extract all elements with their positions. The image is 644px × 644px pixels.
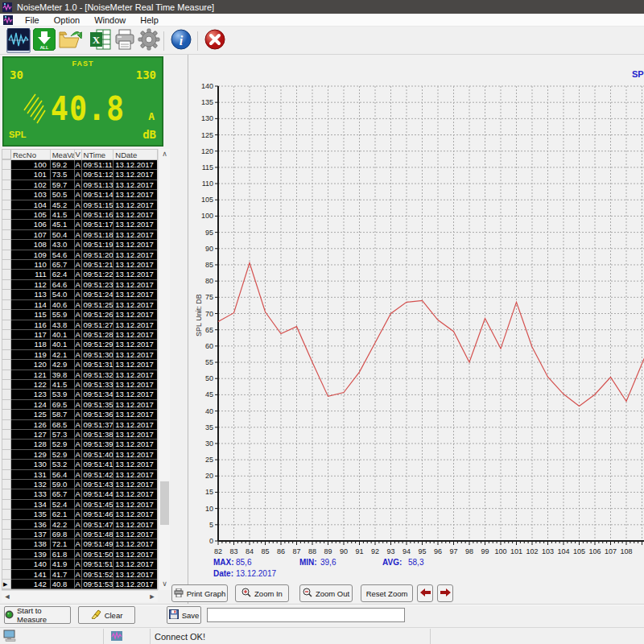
table-row[interactable]: 11643.8A09:51:2713.12.2017 <box>2 320 157 330</box>
table-row[interactable]: 11840.1A09:51:2913.12.2017 <box>2 340 157 349</box>
stat-date-value: 13.12.2017 <box>236 569 276 578</box>
table-row[interactable]: 12469.5A09:51:3513.12.2017 <box>2 400 157 410</box>
menu-item-window[interactable]: Window <box>87 14 133 26</box>
table-row[interactable]: 12852.9A09:51:3913.12.2017 <box>2 440 157 449</box>
scroll-chart-right-button[interactable] <box>437 584 453 602</box>
table-row[interactable]: 10541.5A09:51:1613.12.2017 <box>2 210 157 220</box>
table-row[interactable]: 10843.0A09:51:1913.12.2017 <box>2 240 157 250</box>
table-row[interactable]: 11740.1A09:51:2813.12.2017 <box>2 330 157 340</box>
row-header <box>2 160 11 170</box>
table-row[interactable]: 13452.4A09:51:4513.12.2017 <box>2 500 157 510</box>
row-header <box>2 180 11 190</box>
table-row[interactable]: 10259.7A09:51:1313.12.2017 <box>2 180 157 190</box>
title-bar[interactable]: NoiseMeter 1.0 - [NoiseMeter Real Time M… <box>0 0 644 14</box>
table-row[interactable]: 10954.6A09:51:2013.12.2017 <box>2 250 157 260</box>
table-row[interactable]: 13259.0A09:51:4313.12.2017 <box>2 480 157 489</box>
table-row[interactable]: 12558.7A09:51:3613.12.2017 <box>2 410 157 419</box>
svg-text:108: 108 <box>620 547 632 555</box>
save-button[interactable]: Save <box>167 606 201 624</box>
table-row[interactable]: 12757.3A09:51:3813.12.2017 <box>2 430 157 440</box>
table-row[interactable]: 13961.8A09:51:5013.12.2017 <box>2 550 157 559</box>
scroll-up-icon[interactable]: ∧ <box>159 149 171 160</box>
svg-text:120: 120 <box>201 147 213 155</box>
row-header <box>2 200 11 210</box>
menu-item-option[interactable]: Option <box>47 14 87 26</box>
table-row[interactable]: 13562.1A09:51:4613.12.2017 <box>2 510 157 519</box>
col-meaval[interactable]: MeaVal <box>51 150 75 159</box>
svg-text:100: 100 <box>201 212 213 220</box>
svg-text:101: 101 <box>510 547 522 555</box>
scrollbar-thumb[interactable] <box>160 481 169 525</box>
table-row[interactable]: 12139.8A09:51:3213.12.2017 <box>2 370 157 380</box>
svg-text:110: 110 <box>202 180 213 188</box>
table-header: RecNo MeaVal V NTime NDate <box>2 150 157 160</box>
table-row[interactable]: 13642.2A09:51:4713.12.2017 <box>2 520 157 530</box>
table-row[interactable]: 13156.4A09:51:4213.12.2017 <box>2 470 157 480</box>
table-row[interactable]: 10750.4A09:51:1813.12.2017 <box>2 230 157 240</box>
zoom-in-button[interactable]: Zoom In <box>235 584 289 602</box>
table-row[interactable]: 14141.7A09:51:5213.12.2017 <box>2 570 157 580</box>
col-ndate[interactable]: NDate <box>114 150 157 159</box>
toolbar-separator <box>197 31 198 51</box>
table-row[interactable]: 14041.9A09:51:5113.12.2017 <box>2 559 157 569</box>
save-filename-input[interactable] <box>207 608 405 622</box>
table-row[interactable]: 12241.5A09:51:3313.12.2017 <box>2 380 157 390</box>
zoom-out-button[interactable]: Zoom Out <box>299 584 353 602</box>
export-all-button[interactable]: ALL <box>32 29 56 53</box>
print-graph-button[interactable]: Print Graph <box>171 584 228 602</box>
scroll-right-icon[interactable]: ► <box>147 591 158 603</box>
open-file-button[interactable] <box>58 29 82 53</box>
export-excel-button[interactable]: X <box>89 29 113 53</box>
col-recno[interactable]: RecNo <box>11 150 51 159</box>
scroll-down-icon[interactable]: ∨ <box>159 579 171 590</box>
stat-min-label: MIN: <box>299 558 317 567</box>
table-row[interactable]: 12668.5A09:51:3713.12.2017 <box>2 420 157 430</box>
row-header <box>2 410 11 419</box>
svg-text:87: 87 <box>292 547 300 555</box>
col-v[interactable]: V <box>75 150 82 159</box>
print-button[interactable] <box>113 29 137 53</box>
table-row[interactable]: 13365.7A09:51:4413.12.2017 <box>2 489 157 499</box>
table-row[interactable]: ▶14240.8A09:51:5313.12.2017 <box>2 580 157 589</box>
table-row[interactable]: 10173.5A09:51:1213.12.2017 <box>2 170 157 180</box>
reset-zoom-button[interactable]: Reset Zoom <box>361 584 413 602</box>
svg-text:50: 50 <box>205 374 213 382</box>
stat-avg-label: AVG: <box>382 558 402 567</box>
table-vertical-scrollbar[interactable]: ∧ ∨ <box>158 149 170 590</box>
row-header <box>2 430 11 440</box>
table-row[interactable]: 13769.8A09:51:4813.12.2017 <box>2 530 157 539</box>
table-row[interactable]: 11264.6A09:51:2313.12.2017 <box>2 280 157 290</box>
start-measure-button[interactable]: Start to Measure <box>4 606 71 624</box>
table-row[interactable]: 11440.6A09:51:2513.12.2017 <box>2 300 157 310</box>
scroll-chart-left-button[interactable] <box>417 584 433 602</box>
table-row[interactable]: 10445.2A09:51:1513.12.2017 <box>2 200 157 210</box>
exit-button[interactable] <box>203 29 227 53</box>
table-row[interactable]: 12353.9A09:51:3413.12.2017 <box>2 390 157 399</box>
scroll-left-icon[interactable]: ◄ <box>2 591 13 603</box>
lcd-label: SPL <box>9 130 26 139</box>
table-row[interactable]: 12952.9A09:51:4013.12.2017 <box>2 450 157 460</box>
table-row[interactable]: 10059.2A09:51:1113.12.2017 <box>2 160 157 170</box>
table-row[interactable]: 10645.1A09:51:1713.12.2017 <box>2 220 157 229</box>
status-message: Connect OK! <box>155 632 205 642</box>
table-row[interactable]: 12042.9A09:51:3113.12.2017 <box>2 360 157 369</box>
row-header <box>2 380 11 390</box>
waveform-display-button[interactable] <box>6 29 31 53</box>
svg-text:SPL: SPL <box>632 69 644 79</box>
table-row[interactable]: 11555.9A09:51:2613.12.2017 <box>2 310 157 320</box>
table-row[interactable]: 13053.2A09:51:4113.12.2017 <box>2 460 157 469</box>
table-row[interactable]: 10350.5A09:51:1413.12.2017 <box>2 190 157 200</box>
row-header <box>2 570 11 580</box>
table-row[interactable]: 11065.7A09:51:2113.12.2017 <box>2 260 157 270</box>
menu-item-help[interactable]: Help <box>133 14 166 26</box>
clear-button[interactable]: Clear <box>78 606 135 624</box>
menu-item-file[interactable]: File <box>18 14 47 26</box>
table-horizontal-scrollbar[interactable]: ◄ ► <box>2 590 158 602</box>
table-row[interactable]: 13872.1A09:51:4913.12.2017 <box>2 539 157 549</box>
table-row[interactable]: 11162.4A09:51:2213.12.2017 <box>2 270 157 279</box>
col-ntime[interactable]: NTime <box>82 150 114 159</box>
table-row[interactable]: 11354.0A09:51:2413.12.2017 <box>2 290 157 299</box>
table-row[interactable]: 11942.1A09:51:3013.12.2017 <box>2 350 157 360</box>
settings-button[interactable] <box>137 29 161 53</box>
info-button[interactable]: i <box>169 29 193 53</box>
